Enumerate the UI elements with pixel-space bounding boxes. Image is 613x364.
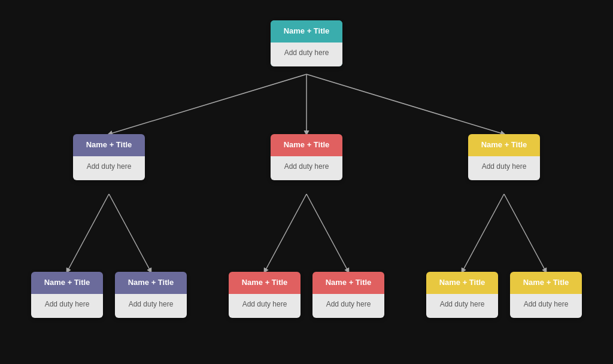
node-bot-rr-body: Add duty here [510,294,582,318]
node-mid-left-header: Name + Title [73,134,145,156]
node-bot-cr-header: Name + Title [312,272,384,294]
node-mid-center-body: Add duty here [271,156,342,180]
svg-line-4 [109,194,151,272]
svg-line-7 [462,194,504,272]
node-bot-lr[interactable]: Name + Title Add duty here [115,272,187,318]
node-bot-cl-header: Name + Title [229,272,301,294]
node-mid-right[interactable]: Name + Title Add duty here [468,134,540,180]
node-mid-center[interactable]: Name + Title Add duty here [271,134,342,180]
node-mid-center-header: Name + Title [271,134,342,156]
node-bot-rl[interactable]: Name + Title Add duty here [426,272,498,318]
node-mid-left-body: Add duty here [73,156,145,180]
node-bot-ll[interactable]: Name + Title Add duty here [31,272,103,318]
node-root[interactable]: Name + Title Add duty here [271,20,342,66]
node-bot-rl-body: Add duty here [426,294,498,318]
node-root-body: Add duty here [271,43,342,66]
svg-line-5 [265,194,306,272]
node-bot-lr-header: Name + Title [115,272,187,294]
node-bot-rl-header: Name + Title [426,272,498,294]
node-bot-lr-body: Add duty here [115,294,187,318]
svg-line-0 [109,74,306,134]
node-bot-cr[interactable]: Name + Title Add duty here [312,272,384,318]
node-mid-right-header: Name + Title [468,134,540,156]
org-chart: Name + Title Add duty here Name + Title … [19,8,594,356]
svg-line-2 [306,74,504,134]
node-bot-cr-body: Add duty here [312,294,384,318]
svg-line-3 [67,194,109,272]
node-root-header: Name + Title [271,20,342,43]
svg-line-6 [306,194,348,272]
node-mid-right-body: Add duty here [468,156,540,180]
node-bot-rr[interactable]: Name + Title Add duty here [510,272,582,318]
node-bot-ll-body: Add duty here [31,294,103,318]
svg-line-8 [504,194,546,272]
node-mid-left[interactable]: Name + Title Add duty here [73,134,145,180]
node-bot-cl[interactable]: Name + Title Add duty here [229,272,301,318]
node-bot-cl-body: Add duty here [229,294,301,318]
node-bot-ll-header: Name + Title [31,272,103,294]
node-bot-rr-header: Name + Title [510,272,582,294]
